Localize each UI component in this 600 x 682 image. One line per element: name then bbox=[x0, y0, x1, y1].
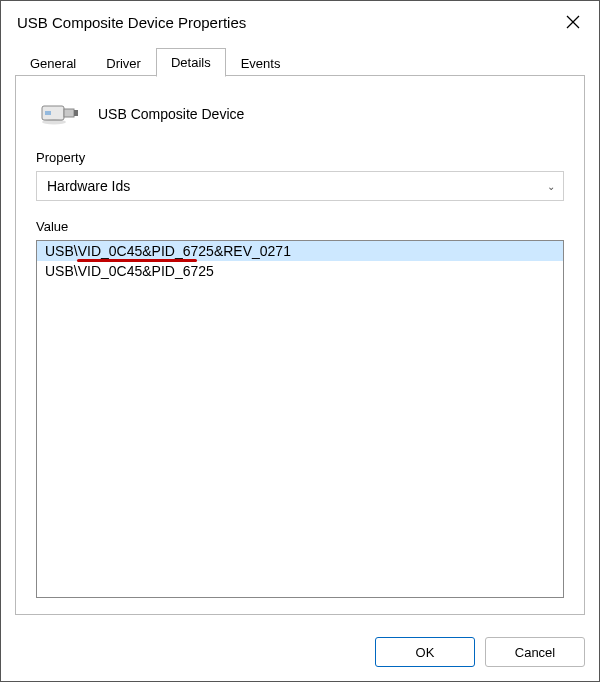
svg-rect-4 bbox=[74, 110, 78, 116]
tab-general[interactable]: General bbox=[15, 49, 91, 77]
value-label: Value bbox=[36, 219, 564, 234]
tab-driver[interactable]: Driver bbox=[91, 49, 156, 77]
device-name: USB Composite Device bbox=[98, 106, 244, 122]
svg-point-6 bbox=[42, 120, 66, 125]
device-header: USB Composite Device bbox=[36, 92, 564, 148]
tab-panel-details: USB Composite Device Property Hardware I… bbox=[15, 75, 585, 615]
ok-button[interactable]: OK bbox=[375, 637, 475, 667]
list-item[interactable]: USB\VID_0C45&PID_6725&REV_0271 bbox=[37, 241, 563, 261]
usb-device-icon bbox=[40, 100, 80, 128]
list-item-text: USB\VID_0C45&PID_6725&REV_0271 bbox=[45, 243, 291, 259]
chevron-down-icon: ⌄ bbox=[547, 181, 555, 192]
titlebar: USB Composite Device Properties bbox=[1, 1, 599, 43]
property-dropdown[interactable]: Hardware Ids ⌄ bbox=[36, 171, 564, 201]
list-item-text: USB\VID_0C45&PID_6725 bbox=[45, 263, 214, 279]
value-listbox[interactable]: USB\VID_0C45&PID_6725&REV_0271 USB\VID_0… bbox=[36, 240, 564, 598]
tab-events[interactable]: Events bbox=[226, 49, 296, 77]
close-button[interactable] bbox=[551, 6, 595, 38]
dialog-content: General Driver Details Events USB Compos… bbox=[1, 43, 599, 623]
property-label: Property bbox=[36, 150, 564, 165]
close-icon bbox=[566, 15, 580, 29]
tab-details[interactable]: Details bbox=[156, 48, 226, 77]
list-item[interactable]: USB\VID_0C45&PID_6725 bbox=[37, 261, 563, 281]
properties-dialog: USB Composite Device Properties General … bbox=[0, 0, 600, 682]
cancel-button[interactable]: Cancel bbox=[485, 637, 585, 667]
dialog-footer: OK Cancel bbox=[1, 623, 599, 681]
tab-bar: General Driver Details Events bbox=[15, 47, 585, 76]
property-selected-value: Hardware Ids bbox=[47, 178, 130, 194]
window-title: USB Composite Device Properties bbox=[17, 14, 246, 31]
svg-rect-3 bbox=[64, 109, 74, 117]
svg-rect-5 bbox=[45, 111, 51, 115]
